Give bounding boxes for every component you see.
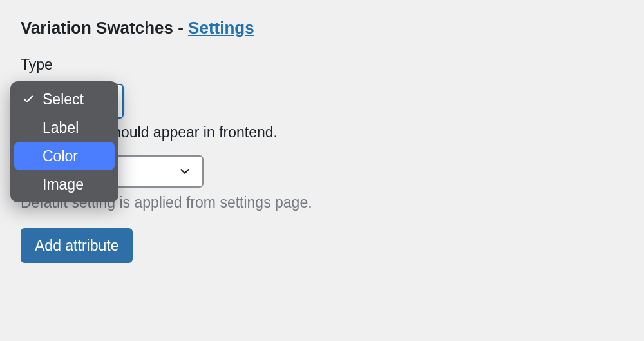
add-attribute-button[interactable]: Add attribute bbox=[21, 228, 133, 263]
type-option-image[interactable]: Image bbox=[14, 170, 115, 199]
chevron-down-icon bbox=[178, 164, 192, 179]
settings-page: Variation Swatches - Settings Type this … bbox=[0, 0, 644, 341]
type-option-label: Label bbox=[43, 119, 79, 137]
type-option-label: Image bbox=[43, 176, 84, 193]
type-dropdown-menu: Select Label Color Image bbox=[10, 81, 118, 202]
type-label: Type bbox=[21, 56, 623, 73]
type-option-label: Color bbox=[43, 148, 78, 165]
check-icon bbox=[22, 93, 35, 106]
type-option-label-opt[interactable]: Label bbox=[14, 113, 115, 142]
type-option-select[interactable]: Select bbox=[14, 85, 115, 113]
page-title-prefix: Variation Swatches - bbox=[21, 18, 188, 37]
settings-link[interactable]: Settings bbox=[188, 18, 254, 37]
type-option-label: Select bbox=[43, 91, 84, 108]
page-title: Variation Swatches - Settings bbox=[21, 18, 623, 38]
type-option-color[interactable]: Color bbox=[14, 142, 115, 170]
